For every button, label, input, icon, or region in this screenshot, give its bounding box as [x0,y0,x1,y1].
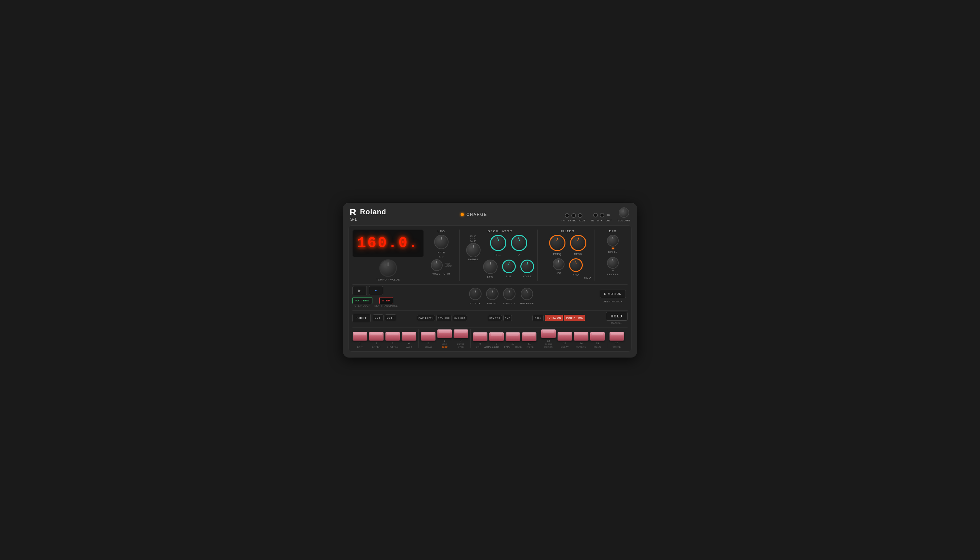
osc-noise-knob[interactable] [520,260,534,273]
filter-freq-knob[interactable] [549,235,566,251]
step-button-2[interactable] [369,332,384,341]
sustain-knob[interactable] [503,288,516,300]
jack-sync [571,213,576,218]
adsr-section: ATTACK DECAY SUSTAIN RELEASE [408,288,595,305]
pwm-depth-button[interactable]: PWM DEPTH [417,315,435,321]
step-button-8[interactable] [473,332,488,341]
filter-top-row: FREQ RESO [544,235,591,256]
oct-minus-button[interactable]: OCT- [373,315,384,321]
filter-lfo-group: LFO [553,258,564,277]
lfo-waveform-knob[interactable] [431,259,442,271]
step-button-9[interactable] [489,332,504,341]
pattern-button[interactable]: PATTERN [352,297,372,304]
step-sub-7a: FILTER [457,343,464,345]
step-button-5[interactable] [421,332,436,341]
osc-wave2-knob[interactable] [511,235,527,251]
osc-noise-group: NOISE [520,260,534,278]
osc-range-knob[interactable] [466,243,481,257]
step-button-3[interactable] [385,332,400,341]
delay-knob[interactable] [607,235,619,247]
osc-lfo-knob[interactable] [483,260,498,274]
filter-env-knob[interactable] [569,258,583,272]
step-button-4[interactable] [401,332,416,341]
env-trg-button[interactable]: ENV TRG [488,315,502,321]
pwm-src-group: PWM SRC [436,315,451,321]
step-sub-15: MENU [594,346,601,348]
step-group-11: 11 [522,332,537,345]
led-display: 160.0. [352,230,424,257]
delay-label: DELAY [608,251,618,254]
step-button-11[interactable] [522,332,537,341]
reverb-knob[interactable] [607,257,619,269]
step-group-6: 6 OSC CHOP [437,329,452,348]
shift-group: SHIFT [352,314,371,322]
step-button-10[interactable] [505,332,520,341]
decay-knob[interactable] [486,288,499,300]
top-right-connectors: IN—SYNC—OUT ⚰ IN—MIX—OUT VOLUME [561,207,631,222]
dmotion-button[interactable]: D-MOTION [600,290,626,298]
step-button-1[interactable] [352,332,367,341]
tempo-display: 160.0. [357,235,419,252]
row-divider-1 [352,284,628,285]
step-button[interactable]: STEP [379,297,393,304]
wave-symbols: ∿⊓ [438,255,444,258]
volume-knob[interactable] [619,207,629,218]
shift-button[interactable]: SHIFT [352,314,371,322]
arp-on-label: ON [476,346,479,348]
step-button-16[interactable] [609,332,624,341]
pattern-step-row: PATTERN STEP LOOP STEP KEY TRANSPOSE [352,297,405,307]
step-sub-12a: CLEAR [545,343,552,345]
step-button-6[interactable] [437,329,452,338]
oscillator-section: OSCILLATOR 16' 8' 32' 4' 64' 2' RA [463,230,538,281]
porta-time-group: PORTA TIME [564,315,585,321]
lfo-rate-knob[interactable] [434,235,449,249]
poly-group: POLY [533,315,544,321]
decay-label: DECAY [487,302,497,305]
release-group: RELEASE [520,288,534,305]
step-button-7[interactable] [453,329,468,338]
osc-wave1-knob[interactable] [490,235,506,251]
step-button-13[interactable] [557,332,572,341]
osc-sub-knob[interactable] [502,260,516,273]
mix-connector-group: ⚰ IN—MIX—OUT [591,213,612,222]
filter-freq-group: FREQ [549,235,566,256]
play-button[interactable]: ▶ [352,286,367,295]
pwm-src-button[interactable]: PWM SRC [436,315,451,321]
osc-sub-group: SUB [502,260,516,278]
destination-label: DESTINATION [603,300,623,303]
step-button-12[interactable] [541,329,556,338]
step-loop-label: STEP LOOP [354,305,371,307]
manual-label: MANUAL [611,322,622,324]
sub-oct-button[interactable]: SUB OCT [453,315,467,321]
step-group-12: 12 CLEAR MOTION [541,329,556,348]
step-num-7: 7 [460,339,462,342]
tempo-dial[interactable] [379,259,397,277]
filter-lfo-knob[interactable] [553,258,564,270]
step-group-1: 1 EXIT [352,332,367,348]
release-knob[interactable] [521,288,533,300]
porta-on-button[interactable]: PORTA ON [545,315,563,321]
charge-led [461,213,464,216]
jack-mix-in [593,213,598,217]
step-num-2: 2 [376,342,377,345]
attack-knob[interactable] [469,288,481,300]
porta-time-button[interactable]: PORTA TIME [564,315,585,321]
step-num-9: 9 [496,342,497,345]
filter-reso-knob[interactable] [570,235,586,251]
oct-plus-button[interactable]: OCT+ [385,315,396,321]
record-button[interactable]: ● [369,286,383,295]
charge-label: CHARGE [466,212,487,217]
step-button-14[interactable] [574,332,589,341]
hold-button[interactable]: HOLD [606,312,628,321]
step-group-5: 5 DRAW [421,332,436,348]
poly-button[interactable]: POLY [533,315,544,321]
step-num-3: 3 [392,342,393,345]
dmotion-section: D-MOTION DESTINATION [598,290,628,303]
amp-button[interactable]: AMP [503,315,512,321]
step-button-15[interactable] [590,332,605,341]
arp-rate-label: RATE [515,346,522,348]
display-area: 160.0. TEMPO / VALUE [352,230,424,281]
porta-on-group: PORTA ON [545,315,563,321]
step-group-15: 15 MENU [590,332,605,348]
amp-group: AMP [503,315,512,321]
